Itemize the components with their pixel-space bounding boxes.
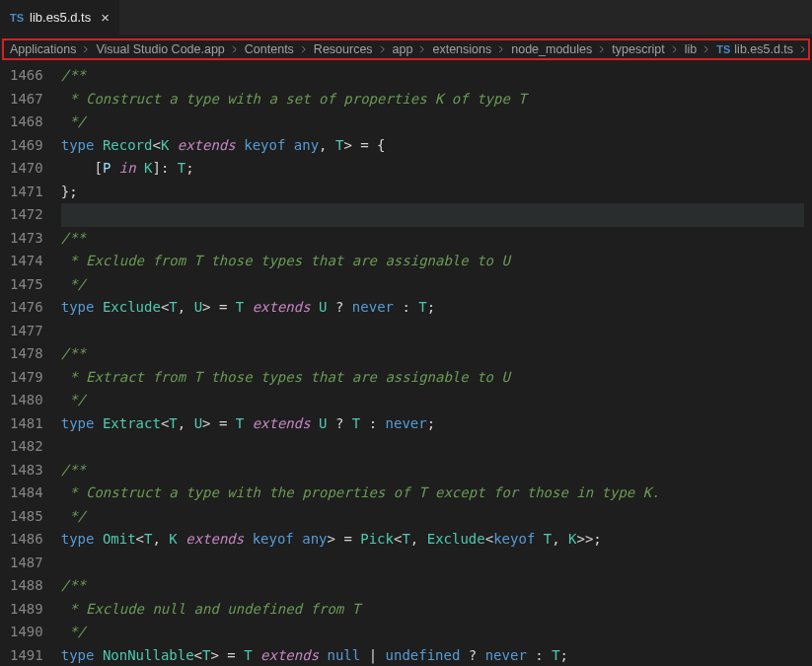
tab-active[interactable]: TS lib.es5.d.ts ×	[0, 0, 120, 35]
line-number: 1489	[10, 598, 43, 622]
code-editor[interactable]: 1466146714681469147014711472147314741475…	[0, 64, 812, 666]
line-number: 1490	[10, 621, 43, 644]
typescript-icon: TS	[10, 12, 24, 24]
breadcrumb-segment[interactable]: Visual Studio Code.app	[96, 42, 224, 56]
line-number: 1481	[10, 412, 43, 436]
code-line[interactable]: [P in K]: T;	[61, 157, 804, 181]
line-number: 1473	[10, 227, 43, 251]
code-line[interactable]: */	[61, 389, 804, 412]
code-line[interactable]: * Construct a type with a set of propert…	[61, 88, 804, 111]
line-number: 1475	[10, 273, 43, 297]
code-line[interactable]: type NonNullable<T> = T extends null | u…	[61, 644, 804, 667]
code-line[interactable]	[61, 552, 804, 575]
line-number: 1466	[10, 64, 43, 88]
line-number: 1474	[10, 250, 43, 273]
code-line[interactable]: };	[61, 181, 804, 204]
line-number: 1468	[10, 111, 43, 134]
code-line[interactable]: type Extract<T, U> = T extends U ? T : n…	[61, 412, 804, 436]
code-content[interactable]: /** * Construct a type with a set of pro…	[61, 64, 812, 666]
chevron-right-icon	[793, 44, 810, 54]
typescript-icon: TS	[716, 43, 730, 55]
line-number: 1480	[10, 389, 43, 412]
code-line[interactable]: * Exclude from T those types that are as…	[61, 250, 804, 273]
breadcrumb-segment[interactable]: node_modules	[511, 42, 592, 56]
line-number: 1471	[10, 181, 43, 204]
code-line[interactable]: /**	[61, 459, 804, 482]
code-line[interactable]: /**	[61, 64, 804, 88]
line-number-gutter: 1466146714681469147014711472147314741475…	[0, 64, 61, 666]
line-number: 1469	[10, 134, 43, 158]
code-line[interactable]	[61, 435, 804, 459]
line-number: 1479	[10, 366, 43, 390]
chevron-right-icon	[592, 44, 612, 54]
chevron-right-icon	[665, 44, 685, 54]
breadcrumb-segment[interactable]: lib	[685, 42, 698, 56]
line-number: 1491	[10, 644, 43, 667]
chevron-right-icon	[76, 44, 96, 54]
code-line[interactable]: * Extract from T those types that are as…	[61, 366, 804, 390]
line-number: 1484	[10, 481, 43, 505]
code-line[interactable]: type Omit<T, K extends keyof any> = Pick…	[61, 528, 804, 552]
line-number: 1485	[10, 505, 43, 529]
line-number: 1476	[10, 296, 43, 320]
close-icon[interactable]: ×	[101, 9, 110, 26]
line-number: 1483	[10, 459, 43, 482]
code-line[interactable]: /**	[61, 574, 804, 598]
chevron-right-icon	[412, 44, 432, 54]
breadcrumb-segment[interactable]: app	[393, 42, 413, 56]
breadcrumb-segment[interactable]: typescript	[612, 42, 665, 56]
code-line[interactable]	[61, 203, 804, 227]
breadcrumb-segment[interactable]: Applications	[10, 42, 76, 56]
chevron-right-icon	[491, 44, 511, 54]
code-line[interactable]: */	[61, 621, 804, 644]
chevron-right-icon	[373, 44, 393, 54]
code-line[interactable]: */	[61, 111, 804, 134]
breadcrumb-segment[interactable]: Contents	[245, 42, 294, 56]
code-line[interactable]: /**	[61, 342, 804, 366]
line-number: 1478	[10, 342, 43, 366]
code-line[interactable]: type Exclude<T, U> = T extends U ? never…	[61, 296, 804, 320]
breadcrumb-segment[interactable]: Resources	[314, 42, 373, 56]
line-number: 1470	[10, 157, 43, 181]
chevron-right-icon	[697, 44, 716, 54]
line-number: 1488	[10, 574, 43, 598]
code-line[interactable]: */	[61, 505, 804, 529]
tab-label: lib.es5.d.ts	[30, 10, 91, 25]
breadcrumb-file[interactable]: TSlib.es5.d.ts	[716, 42, 793, 56]
line-number: 1472	[10, 203, 43, 227]
code-line[interactable]: type Record<K extends keyof any, T> = {	[61, 134, 804, 158]
code-line[interactable]: * Exclude null and undefined from T	[61, 598, 804, 622]
chevron-right-icon	[225, 44, 245, 54]
tab-bar: TS lib.es5.d.ts ×	[0, 0, 812, 35]
line-number: 1486	[10, 528, 43, 552]
line-number: 1477	[10, 320, 43, 343]
code-line[interactable]: */	[61, 273, 804, 297]
code-line[interactable]: * Construct a type with the properties o…	[61, 481, 804, 505]
chevron-right-icon	[294, 44, 314, 54]
line-number: 1467	[10, 88, 43, 111]
code-line[interactable]: /**	[61, 227, 804, 251]
breadcrumb-segment[interactable]: extensions	[432, 42, 491, 56]
line-number: 1482	[10, 435, 43, 459]
line-number: 1487	[10, 552, 43, 575]
code-line[interactable]	[61, 320, 804, 343]
breadcrumb[interactable]: ApplicationsVisual Studio Code.appConten…	[2, 38, 810, 60]
breadcrumb-file-label: lib.es5.d.ts	[734, 42, 793, 56]
